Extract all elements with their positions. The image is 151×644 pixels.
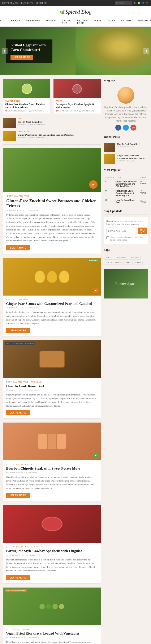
about-me-link[interactable]: ABOUT ME [35,2,47,4]
post-card-body-gluten-free: GLUTEN FREE Gluten-Free Zucchini Sweet P… [3,98,50,114]
nav-icons: 🔍 🔔 👤 🛒 [133,2,149,4]
popular-col-views: VIEWS [140,176,148,180]
site-logo: 🌿 Spiced Blog [0,9,151,15]
banner-text: Banner Space [115,282,136,286]
popular-title-2[interactable]: Portuguese Style Cowboy Spaghetti with L… [115,189,140,198]
ginger-pear-comments: 2 COMMENTS [25,307,37,309]
nav-best[interactable]: BEST [0,17,6,24]
vegan-fried-rice-title[interactable]: Vegan Fried Rice that's Loaded With Vege… [6,632,98,636]
hero-prev-button[interactable]: ❮ [2,48,7,54]
top-post-grid: GLUTEN FREE Gluten-Free Zucchini Sweet P… [3,79,101,114]
post-card-tag: GLUTEN FREE [5,100,48,102]
bourbon-chipotle-date: NOVEMBER 20, 2016 [6,472,25,474]
email-input[interactable] [106,228,137,234]
popular-views-1: 45 VIEWS [140,180,148,189]
list-title-2[interactable]: Ginger Pear Scones with Caramelized Pear… [18,133,74,136]
roast-beef-title[interactable]: How To Cook Roast Beef [6,384,98,388]
nav-chicken[interactable]: CHICKEN [6,17,23,24]
popular-table: POPULAR TITLE VIEWS 01 Gluten-Free Zucch… [104,176,148,205]
popular-title-1[interactable]: Gluten-Free Zucchini Sweet Potatoes and … [115,180,140,189]
featured-date: SEPTEMBER 25, 2017 [6,209,26,212]
logo-leaf-icon: 🌿 [59,10,64,14]
share-circle[interactable]: ▶ [93,288,99,294]
tag-beef[interactable]: BEEF [124,261,133,264]
meet-me-title: Meet Me [104,79,148,84]
hero-banner: ❮ Grilled Eggplant with Corn Chimichurri… [0,27,151,75]
signup-button[interactable]: SIGN UP [138,228,147,234]
roast-beef-tag: BEST GLUTEN FREE TRENDING [6,381,98,383]
popular-title-3[interactable]: How To Cook Roast Beef [115,198,140,205]
hero-overlay: Grilled Eggplant with Corn Chimichurri L… [6,40,52,63]
consent-checkbox[interactable] [106,236,109,239]
facebook-icon[interactable]: f [115,125,121,130]
bourbon-chipotle-body: BEST CHICKEN PASTA Bourbon Chipotle Stea… [3,460,101,501]
stay-updated-section: Stay Updated! Sign up today and receive … [104,210,148,244]
post-card-body-portuguese: PASTA Portuguese Style Cowboy Spaghetti … [53,98,101,114]
hero-learn-more-button[interactable]: LEARN MORE [10,55,33,60]
hero-next-button[interactable]: ❯ [144,48,149,54]
nav-desserts[interactable]: DESSERTS [23,17,43,24]
portuguese-cowboy-tag: BEST CHICKEN PASTA FISH [6,546,98,548]
cart-icon[interactable]: 🛒 [146,2,149,4]
logo-text: Spiced Blog [65,9,92,15]
recent-title-2[interactable]: Ginger Pear Scones with Caramelized Pear… [117,154,148,160]
nav-sandwiches[interactable]: SANDWICHES [135,17,151,24]
portuguese-cowboy-comments: 2 COMMENTS [27,554,40,556]
featured-post-title[interactable]: Gluten-Free Zucchini Sweet Potatoes and … [6,198,98,208]
ginger-pear-title[interactable]: Ginger Pear Scones with Caramelized Pear… [6,302,98,306]
bourbon-chipotle-btn[interactable]: LEARN MORE [6,493,30,498]
featured-post-image: ▶ [3,148,101,192]
nav-drinks[interactable]: DRINKS [43,17,59,24]
social-icons: f t g+ [104,125,148,130]
recent-post-item-2: Ginger Pear Scones with Caramelized Pear… [104,154,148,164]
twitter-icon[interactable]: t [123,125,129,130]
nav-eating-out[interactable]: EATING OUT [59,17,74,26]
post-card-title[interactable]: Gluten-Free Zucchini Sweet Potatoes and … [5,103,48,109]
ginger-pear-meta: OCTOBER 12, 2016 2 COMMENTS [6,307,98,309]
nav-pizza[interactable]: PIZZA [105,17,118,24]
search-icon[interactable]: 🔍 [133,2,136,4]
recent-title-1[interactable]: How To Cook Roast Beef [117,143,140,146]
list-title[interactable]: How To Cook Roast Beef [18,120,45,123]
bell-icon[interactable]: 🔔 [138,2,141,4]
table-row: 03 How To Cook Roast Beef 44 VIEWS [104,198,148,205]
ginger-pear-btn[interactable]: LEARN MORE [6,328,30,333]
elements-link[interactable]: ELEMENTS [21,2,33,4]
googleplus-icon[interactable]: g+ [131,125,136,130]
post-card-gluten-free: GLUTEN FREE Gluten-Free Zucchini Sweet P… [3,79,50,114]
recent-info-2: Ginger Pear Scones with Caramelized Pear… [117,154,148,162]
tag-desserts[interactable]: DESSERTS [114,256,128,260]
full-post-vegan-fried-rice: GLUTEN FREE · PRAWN GLUTEN FREE PRAWN Ve… [3,588,101,644]
list-thumb-img [3,118,16,128]
vegan-fried-rice-comments: 2 COMMENTS [26,636,39,638]
featured-post-text: Pellentesque ipsum sapien pretium in fau… [6,213,98,243]
table-row: 01 Gluten-Free Zucchini Sweet Potatoes a… [104,180,148,189]
post-formats-link[interactable]: POST FORMATS [2,2,19,4]
search-input[interactable] [115,1,132,5]
bourbon-chipotle-title[interactable]: Bourbon Chipotle Steak with Sweet Potato… [6,466,98,470]
featured-post-tag: BEST GLUTEN FREE [6,195,98,197]
main-nav-list: BEST CHICKEN DESSERTS DRINKS EATING OUT … [0,17,151,26]
popular-rank-2: 02 [104,189,115,198]
portuguese-cowboy-title[interactable]: Portuguese Style Cowboy Spaghetti with L… [6,549,98,553]
nav-pasta[interactable]: PASTA [91,17,105,24]
featured-learn-more-button[interactable]: LEARN MORE [6,245,30,250]
list-comments: 0 COMMENTS [34,124,45,126]
user-icon[interactable]: 👤 [142,2,145,4]
nav-gluten-free[interactable]: GLUTEN FREE [74,17,91,26]
post-card-meta-2: 📅 SEPTEMBER 25, 2017 💬 0 COMMENTS [56,110,99,112]
tag-pasta-tomato[interactable]: PASTA TOMATO [104,261,123,264]
tag-free[interactable]: FREE [134,261,143,264]
post-card-title-2[interactable]: Portuguese Style Cowboy Spaghetti with L… [56,103,99,109]
portuguese-cowboy-btn[interactable]: LEARN MORE [6,575,30,580]
roast-beef-btn[interactable]: LEARN MORE [6,410,30,416]
roast-beef-text: Etiam vulputate orci dui at amet, and bl… [6,393,98,408]
tag-drinks[interactable]: DRINKS [129,256,141,260]
hero-image [75,27,151,75]
top-nav-right: 🔍 🔔 👤 🛒 [115,1,149,5]
featured-post-meta: SEPTEMBER 25, 2017 2 COMMENTS [6,209,98,212]
tag-best[interactable]: BEST [104,256,113,260]
full-post-ginger-pear: TRENDING ▶ BEST GLUTEN FREE Ginger Pear … [3,258,101,336]
nav-salads[interactable]: SALADS [118,17,135,24]
popular-views-3: 44 VIEWS [140,198,148,205]
